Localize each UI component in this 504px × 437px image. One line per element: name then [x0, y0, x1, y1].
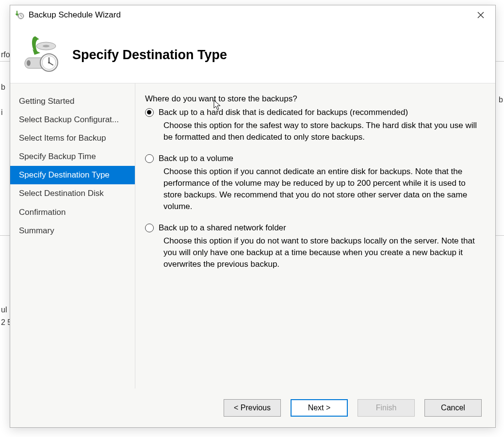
radio-volume[interactable]: [145, 154, 154, 163]
sidebar-item-specify-destination-type[interactable]: Specify Destination Type: [10, 166, 135, 184]
radio-dedicated-disk[interactable]: [145, 108, 154, 117]
prompt-text: Where do you want to store the backups?: [145, 94, 481, 104]
option-network-folder[interactable]: Back up to a shared network folder: [145, 222, 481, 234]
sidebar-item-specify-time[interactable]: Specify Backup Time: [10, 147, 135, 166]
option-dedicated-disk[interactable]: Back up to a hard disk that is dedicated…: [145, 107, 481, 119]
radio-network-folder[interactable]: [145, 224, 154, 232]
previous-button[interactable]: < Previous: [224, 399, 281, 417]
sidebar-item-select-destination-disk[interactable]: Select Destination Disk: [10, 184, 135, 203]
wizard-header: Specify Destination Type: [10, 25, 495, 83]
wizard-steps-sidebar: Getting Started Select Backup Configurat…: [10, 83, 135, 388]
sidebar-item-summary[interactable]: Summary: [10, 222, 135, 240]
option-label: Back up to a hard disk that is dedicated…: [159, 107, 408, 119]
close-icon: [477, 12, 484, 18]
wizard-body: Getting Started Select Backup Configurat…: [10, 83, 495, 388]
titlebar[interactable]: Backup Schedule Wizard: [10, 5, 495, 25]
wizard-content: Where do you want to store the backups? …: [135, 83, 495, 388]
option-description: Choose this option for the safest way to…: [163, 120, 479, 143]
svg-point-4: [27, 60, 31, 66]
option-volume[interactable]: Back up to a volume: [145, 153, 481, 165]
wizard-footer: < Previous Next > Finish Cancel: [10, 388, 495, 427]
option-label: Back up to a shared network folder: [159, 222, 286, 234]
close-button[interactable]: [471, 8, 490, 22]
window-title: Backup Schedule Wizard: [29, 10, 121, 20]
sidebar-item-getting-started[interactable]: Getting Started: [10, 92, 135, 111]
wizard-dialog: Backup Schedule Wizard Specify Destinati…: [10, 5, 496, 428]
cancel-button[interactable]: Cancel: [424, 399, 482, 417]
option-description: Choose this option if you do not want to…: [163, 235, 479, 270]
wizard-header-icon: [20, 32, 63, 75]
option-label: Back up to a volume: [159, 153, 233, 165]
option-description: Choose this option if you cannot dedicat…: [163, 166, 479, 213]
svg-point-7: [48, 62, 50, 64]
finish-button: Finish: [358, 399, 415, 417]
sidebar-item-select-items[interactable]: Select Items for Backup: [10, 129, 135, 147]
sidebar-item-select-backup-config[interactable]: Select Backup Configurat...: [10, 111, 135, 129]
backup-schedule-icon: [15, 10, 25, 20]
page-title: Specify Destination Type: [72, 46, 227, 63]
svg-point-3: [43, 45, 49, 48]
sidebar-item-confirmation[interactable]: Confirmation: [10, 203, 135, 222]
next-button[interactable]: Next >: [291, 399, 348, 417]
